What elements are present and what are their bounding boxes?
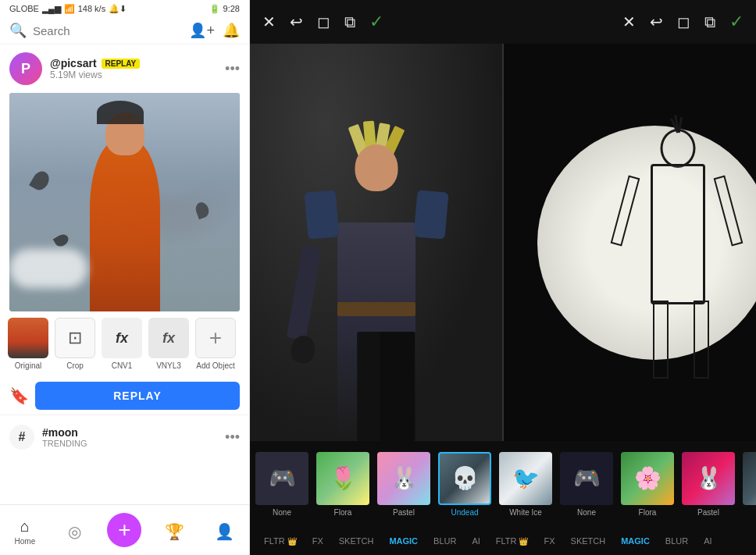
tab-ai-2[interactable]: AI bbox=[696, 532, 719, 550]
sketch-leg-right bbox=[694, 301, 709, 379]
avatar[interactable]: P bbox=[9, 52, 42, 85]
original-label: Original bbox=[15, 361, 41, 371]
replay-button[interactable]: REPLAY bbox=[35, 382, 240, 410]
trending-more-button[interactable]: ••• bbox=[225, 429, 240, 446]
crown-icon-1: 👑 bbox=[287, 537, 297, 546]
nav-challenges[interactable]: 🏆 bbox=[149, 519, 199, 544]
main-image bbox=[9, 93, 240, 311]
add-button[interactable]: + bbox=[107, 513, 141, 547]
tab-fx-2-label: FX bbox=[544, 536, 555, 546]
filter-undead-2[interactable]: 💀 Undead bbox=[740, 452, 756, 517]
trending-row: # #moon TRENDING ••• bbox=[0, 414, 249, 456]
filter-flora-1[interactable]: 🌷 Flora bbox=[314, 452, 372, 517]
trending-label: TRENDING bbox=[42, 439, 217, 448]
tool-add-object[interactable]: + Add Object bbox=[194, 318, 237, 371]
filter-undead-2-img: 💀 bbox=[743, 452, 756, 505]
nav-profile[interactable]: 👤 bbox=[199, 519, 249, 544]
copy-button-left[interactable]: ⧉ bbox=[344, 13, 355, 31]
add-object-thumb: + bbox=[195, 318, 236, 358]
cnv1-icon: fx bbox=[116, 330, 128, 347]
profile-icon: 👤 bbox=[215, 522, 234, 541]
erase-button-right[interactable]: ◻ bbox=[677, 12, 690, 31]
notification-bell-icon[interactable]: 🔔 bbox=[223, 22, 240, 39]
erase-button-left[interactable]: ◻ bbox=[317, 12, 330, 31]
filter-whiteice-1[interactable]: 🐦 White Ice bbox=[497, 452, 555, 517]
tool-cnv1[interactable]: fx CNV1 bbox=[100, 318, 144, 371]
tab-sketch-1[interactable]: SKETCH bbox=[331, 532, 382, 550]
filter-none-1[interactable]: 🎮 None bbox=[253, 452, 311, 517]
trending-details: #moon TRENDING bbox=[42, 426, 217, 448]
tab-magic-2[interactable]: MAGIC bbox=[613, 532, 658, 550]
filter-whiteice-1-img: 🐦 bbox=[499, 452, 552, 505]
tab-fx-2[interactable]: FX bbox=[536, 532, 562, 550]
filter-pastel-2-img: 🐰 bbox=[682, 452, 735, 505]
confirm-button-left[interactable]: ✓ bbox=[369, 12, 383, 32]
filter-pastel-1[interactable]: 🐰 Pastel bbox=[375, 452, 433, 517]
username-row: @picsart REPLAY bbox=[50, 57, 217, 69]
status-bar: GLOBE ▂▄▆ 📶 148 k/s 🔔⬇ 🔋 9:28 bbox=[0, 0, 249, 17]
tab-fltr-2[interactable]: FLTR 👑 bbox=[488, 532, 537, 550]
filter-undead-1[interactable]: 💀 Undead bbox=[436, 452, 494, 517]
canvas-right[interactable] bbox=[504, 44, 756, 441]
search-input[interactable] bbox=[33, 24, 183, 37]
tab-fltr-1[interactable]: FLTR 👑 bbox=[256, 532, 305, 550]
undo-button-left[interactable]: ↩ bbox=[290, 12, 303, 31]
bookmark-button[interactable]: 🔖 bbox=[9, 386, 29, 405]
filter-none-2[interactable]: 🎮 None bbox=[558, 452, 615, 517]
tab-sketch-1-label: SKETCH bbox=[339, 536, 374, 546]
cloud-left bbox=[9, 249, 87, 288]
filter-pastel-1-label: Pastel bbox=[393, 508, 415, 517]
nav-explore[interactable]: ◎ bbox=[50, 519, 100, 544]
sketch-arm-right bbox=[714, 176, 744, 247]
notification-icons: 🔔⬇ bbox=[109, 4, 127, 14]
data-speed: 148 k/s bbox=[78, 4, 105, 13]
filter-flora-1-label: Flora bbox=[334, 508, 352, 517]
undo-button-right[interactable]: ↩ bbox=[650, 12, 663, 31]
close-button-left[interactable]: ✕ bbox=[262, 12, 276, 31]
filter-none-1-label: None bbox=[273, 508, 291, 517]
filter-flora-2[interactable]: 🌸 Flora bbox=[619, 452, 676, 517]
shoulder-left bbox=[304, 190, 339, 239]
filter-undead-2-thumb: 💀 bbox=[743, 452, 756, 505]
tab-blur-1[interactable]: BLUR bbox=[426, 532, 464, 550]
filter-pastel-2[interactable]: 🐰 Pastel bbox=[679, 452, 737, 517]
hashtag-icon: # bbox=[9, 425, 34, 450]
vnyl3-icon: fx bbox=[162, 330, 175, 347]
crop-thumb: ⊡ bbox=[55, 318, 95, 358]
figure-body bbox=[90, 140, 160, 311]
tab-sketch-2[interactable]: SKETCH bbox=[563, 532, 614, 550]
tab-blur-2[interactable]: BLUR bbox=[658, 532, 696, 550]
copy-button-right[interactable]: ⧉ bbox=[704, 13, 715, 31]
tab-magic-2-label: MAGIC bbox=[621, 536, 650, 546]
tab-fx-1[interactable]: FX bbox=[305, 532, 331, 550]
nav-home[interactable]: ⌂ Home bbox=[0, 514, 50, 549]
canvas-area bbox=[250, 44, 756, 441]
filter-pastel-1-img: 🐰 bbox=[377, 452, 430, 505]
filter-undead-1-thumb: 💀 bbox=[438, 452, 491, 505]
trophy-icon: 🏆 bbox=[165, 522, 184, 541]
battery-icon: 🔋 bbox=[209, 4, 220, 14]
tab-magic-1[interactable]: MAGIC bbox=[381, 532, 426, 550]
user-info: P @picsart REPLAY 5.19M views ••• bbox=[0, 44, 249, 93]
filter-flora-1-img: 🌷 bbox=[316, 452, 369, 505]
tool-crop[interactable]: ⊡ Crop bbox=[53, 318, 97, 371]
close-button-right[interactable]: ✕ bbox=[622, 12, 636, 31]
nav-add[interactable]: + bbox=[100, 510, 150, 553]
tool-original[interactable]: Original bbox=[6, 318, 50, 371]
confirm-button-right[interactable]: ✓ bbox=[729, 12, 744, 32]
image-content bbox=[9, 93, 240, 311]
tool-vnyl3[interactable]: fx VNYL3 bbox=[147, 318, 191, 371]
replay-badge: REPLAY bbox=[102, 59, 141, 69]
add-user-icon[interactable]: 👤+ bbox=[189, 22, 215, 39]
add-object-icon: + bbox=[209, 326, 222, 350]
right-panel: ✕ ↩ ◻ ⧉ ✓ ✕ ↩ ◻ ⧉ ✓ bbox=[250, 0, 756, 555]
tab-ai-1[interactable]: AI bbox=[464, 532, 487, 550]
carrier-text: GLOBE bbox=[9, 4, 39, 13]
home-label: Home bbox=[15, 537, 36, 546]
tab-ai-2-label: AI bbox=[704, 536, 711, 546]
tools-row: Original ⊡ Crop fx CNV1 fx VNYL3 + Add O… bbox=[0, 311, 249, 377]
search-bar: 🔍 👤+ 🔔 bbox=[0, 17, 249, 44]
more-options-button[interactable]: ••• bbox=[225, 61, 240, 77]
canvas-left[interactable] bbox=[250, 44, 504, 441]
username: @picsart bbox=[50, 57, 97, 69]
